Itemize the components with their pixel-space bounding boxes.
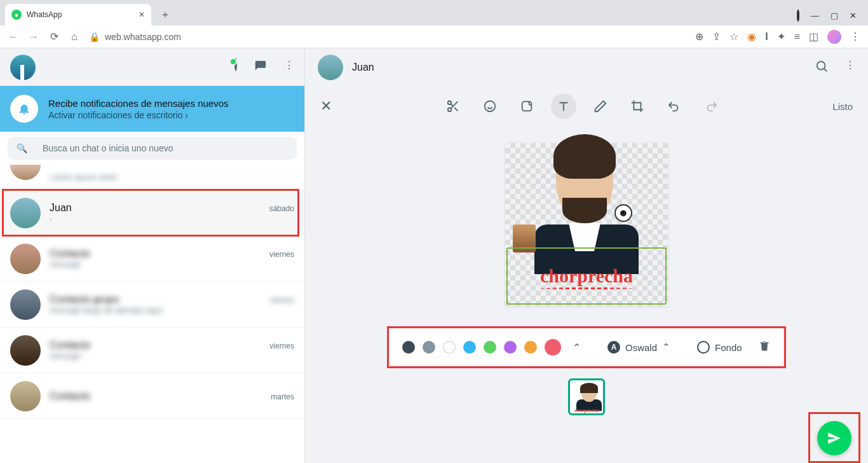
font-name: Oswald [625, 342, 657, 353]
window-controls: — ▢ ✕ [797, 11, 868, 25]
chat-name: Contacto [50, 248, 90, 259]
crop-tool-icon[interactable] [625, 93, 650, 119]
browser-tab[interactable]: ● WhatsApp ✕ [5, 4, 151, 25]
font-a-icon: A [607, 341, 620, 354]
chat-preview: mensaje [50, 351, 294, 361]
maximize-icon[interactable]: ▢ [831, 11, 838, 20]
color-swatch-gray[interactable] [423, 341, 435, 354]
contact-avatar[interactable] [318, 55, 343, 80]
status-icon[interactable] [234, 59, 237, 76]
svg-point-0 [817, 61, 825, 69]
new-tab-button[interactable]: ＋ [156, 6, 174, 24]
notification-action[interactable]: Activar notificaciones de escritorio › [48, 110, 229, 120]
chat-preview: · [50, 214, 294, 223]
whatsapp-favicon: ● [11, 10, 22, 20]
reading-list-icon[interactable]: ≡ [794, 31, 800, 43]
draw-tool-icon[interactable] [588, 93, 613, 119]
chat-name: Juan [50, 202, 72, 214]
text-tool-icon[interactable] [551, 93, 576, 119]
zoom-icon[interactable]: ⊕ [695, 31, 703, 43]
cut-tool-icon[interactable] [440, 93, 466, 119]
redo-icon[interactable] [698, 93, 724, 119]
close-icon[interactable]: ✕ [320, 98, 332, 114]
svg-point-1 [448, 101, 452, 105]
browser-tab-strip: ● WhatsApp ✕ ＋ — ▢ ✕ [0, 0, 868, 25]
send-button[interactable] [817, 421, 851, 455]
my-avatar[interactable] [10, 55, 36, 80]
minimize-icon[interactable]: — [811, 11, 819, 20]
chat-avatar [10, 198, 41, 228]
color-swatch-blue[interactable] [463, 341, 476, 354]
close-tab-icon[interactable]: ✕ [139, 10, 145, 19]
chevron-up-icon[interactable]: ⌃ [573, 342, 581, 354]
profile-avatar-icon[interactable] [827, 30, 841, 44]
chat-header: Juan ⋮ [305, 48, 868, 86]
chat-list: Lorem ipsum dolor Juan sábado · Conta [0, 165, 304, 463]
sticker-tool-icon[interactable] [514, 93, 539, 119]
chat-item[interactable]: Contacto grupo viernes mensaje largo de … [0, 282, 304, 328]
color-swatch-white[interactable] [443, 341, 456, 354]
sticker-text[interactable]: chorprecha [540, 265, 633, 287]
extension-icon[interactable]: ◉ [747, 31, 756, 43]
chat-item[interactable]: Contacto viernes mensaje [0, 328, 304, 373]
chat-item[interactable]: Lorem ipsum dolor [0, 165, 304, 190]
chat-avatar [10, 244, 41, 274]
chevron-up-icon: ⌃ [662, 342, 670, 353]
extension-icon[interactable]: I [765, 31, 768, 43]
color-swatch-dark[interactable] [402, 341, 415, 354]
menu-dots-icon[interactable]: ⋮ [845, 59, 855, 76]
search-icon[interactable] [815, 59, 829, 76]
share-icon[interactable]: ⇪ [712, 31, 721, 43]
menu-icon[interactable]: ⋮ [850, 31, 860, 43]
chat-time: martes [271, 392, 294, 401]
done-button[interactable]: Listo [832, 101, 853, 112]
url-field[interactable]: 🔒 web.whatsapp.com [89, 32, 686, 42]
emoji-tool-icon[interactable] [477, 93, 503, 119]
chat-item-juan[interactable]: Juan sábado · [0, 190, 304, 236]
puzzle-icon[interactable]: ✦ [777, 31, 785, 43]
chat-item[interactable]: Contacto martes [0, 373, 304, 419]
chat-item[interactable]: Contacto viernes mensaje [0, 236, 304, 282]
notification-banner[interactable]: Recibe notificaciones de mensajes nuevos… [0, 86, 304, 132]
new-chat-icon[interactable] [254, 59, 268, 76]
extension-icons: ⊕ ⇪ ☆ ◉ I ✦ ≡ ◫ ⋮ [695, 30, 860, 44]
sticker-thumbnail[interactable]: chorprecha [568, 378, 605, 415]
home-icon[interactable]: ⌂ [69, 31, 80, 43]
color-swatch-orange[interactable] [524, 341, 537, 354]
forward-icon[interactable]: → [28, 31, 39, 43]
menu-dots-icon[interactable]: ⋮ [284, 59, 294, 76]
chat-time: sábado [269, 204, 294, 213]
star-icon[interactable]: ☆ [729, 31, 738, 43]
background-picker[interactable]: Fondo [697, 341, 742, 354]
chat-time: viernes [269, 296, 294, 305]
sidebar: ⋮ Recibe notificaciones de mensajes nuev… [0, 48, 305, 463]
svg-point-3 [485, 101, 496, 112]
lock-icon: 🔒 [89, 32, 100, 42]
chat-time: viernes [269, 250, 294, 259]
side-panel-icon[interactable]: ◫ [809, 31, 818, 43]
chat-preview: mensaje [50, 259, 294, 269]
back-icon[interactable]: ← [8, 31, 19, 43]
address-bar: ← → ⟳ ⌂ 🔒 web.whatsapp.com ⊕ ⇪ ☆ ◉ I ✦ ≡… [0, 25, 868, 48]
editor-toolbar: ✕ Listo [305, 86, 868, 127]
search-placeholder: Busca un chat o inicia uno nuevo [43, 143, 173, 153]
sidebar-header: ⋮ [0, 48, 304, 86]
contact-name: Juan [352, 62, 374, 73]
color-swatch-green[interactable] [484, 341, 496, 354]
search-input[interactable]: 🔍 Busca un chat o inicia uno nuevo [8, 137, 297, 160]
color-swatch-red-selected[interactable] [545, 339, 561, 356]
font-picker[interactable]: A Oswald ⌃ [607, 341, 670, 354]
emoji-overlay-icon[interactable]: ☻ [614, 204, 632, 222]
undo-icon[interactable] [661, 93, 687, 119]
svg-rect-4 [522, 102, 532, 111]
text-selection-box[interactable]: chorprecha [506, 247, 667, 305]
close-window-icon[interactable]: ✕ [850, 11, 857, 20]
reload-icon[interactable]: ⟳ [48, 31, 60, 43]
chat-avatar [10, 381, 41, 411]
circle-outline-icon [697, 341, 710, 354]
sticker-canvas[interactable]: ☻ chorprecha [505, 143, 668, 306]
svg-point-2 [448, 108, 452, 112]
color-swatch-purple[interactable] [504, 341, 517, 354]
account-circle-icon[interactable] [797, 11, 799, 20]
trash-icon[interactable] [758, 340, 771, 355]
